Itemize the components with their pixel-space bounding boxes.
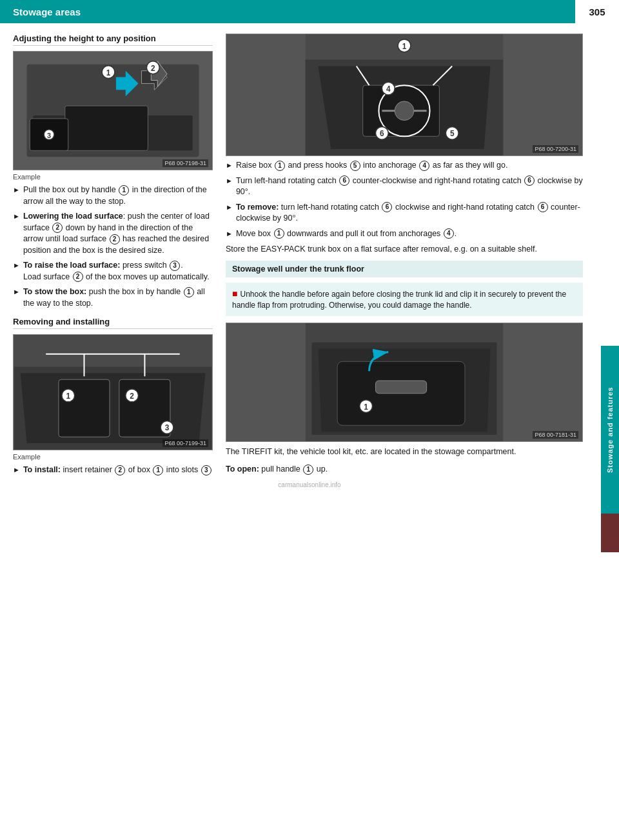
bullet-arrow: ► (226, 229, 233, 239)
svg-text:3: 3 (165, 423, 170, 432)
circle-1e: 1 (274, 228, 284, 239)
main-content: Adjusting the height to any position (0, 23, 619, 491)
section1-title: Adjusting the height to any position (13, 34, 213, 46)
image1-ref: P68 00-7198-31 (162, 159, 208, 167)
bullet-item: ► Turn left-hand rotating catch 6 counte… (226, 175, 583, 198)
bullet-arrow: ► (13, 261, 20, 270)
image2-box: 1 2 3 P68 00-7199-31 (13, 334, 213, 450)
circle-4b: 4 (444, 228, 454, 239)
bullet-text: To remove: turn left-hand rotating catch… (236, 202, 583, 225)
circle-2d: 2 (115, 465, 125, 475)
circle-5: 5 (350, 161, 360, 171)
info-box-title: Stowage well under the trunk floor (226, 261, 583, 277)
right-column: 1 4 5 6 P68 00-7200-31 ► Raise box 1 and… (226, 34, 606, 481)
svg-point-38 (395, 101, 414, 121)
image1-caption: Example (13, 173, 213, 181)
svg-marker-17 (21, 373, 206, 443)
bullet-item: ► To remove: turn left-hand rotating cat… (226, 202, 583, 225)
bullet-list-3: ► Raise box 1 and press hooks 5 into anc… (226, 160, 583, 239)
bullet-list-1: ► Pull the box out by handle 1 in the di… (13, 185, 213, 309)
header-teal-bar: Stowage areas (0, 0, 574, 23)
circle-3: 3 (170, 261, 180, 271)
circle-6a: 6 (339, 175, 349, 186)
svg-text:1: 1 (66, 392, 70, 401)
left-column: Adjusting the height to any position (13, 34, 213, 481)
circle-1f: 1 (303, 465, 313, 475)
open-text2: up. (317, 465, 328, 474)
svg-text:1: 1 (106, 68, 111, 77)
svg-text:2: 2 (130, 392, 134, 401)
watermark: carmanualsonline.info (0, 481, 619, 488)
bullet-item: ► To stow the box: push the box in by ha… (13, 286, 213, 309)
bullet-text: To stow the box: push the box in by hand… (23, 286, 213, 309)
store-text: Store the EASY-PACK trunk box on a flat … (226, 243, 583, 255)
header-page-number: 305 (574, 0, 619, 23)
bullet-arrow: ► (13, 465, 20, 475)
circle-1c: 1 (153, 465, 163, 475)
header-title: Stowage areas (13, 6, 81, 17)
svg-text:4: 4 (386, 85, 391, 94)
svg-rect-54 (375, 381, 426, 394)
circle-1b: 1 (184, 287, 194, 297)
svg-text:1: 1 (402, 42, 407, 51)
tirefit-text: The TIREFIT kit, the vehicle tool kit, e… (226, 446, 583, 458)
image2-ref: P68 00-7199-31 (162, 439, 208, 447)
image4-ref: P68 00-7181-31 (533, 431, 578, 439)
circle-2: 2 (52, 223, 63, 233)
bullet-list-2: ► To install: insert retainer 2 of box 1… (13, 465, 213, 476)
bullet-arrow: ► (13, 287, 20, 297)
open-text: pull handle (261, 465, 302, 474)
circle-2b: 2 (110, 234, 120, 245)
bullet-text: Pull the box out by handle 1 in the dire… (23, 185, 213, 207)
warning-box: ■Unhook the handle before again before c… (226, 283, 583, 316)
circle-4: 4 (419, 161, 429, 171)
svg-text:1: 1 (364, 403, 368, 412)
side-tab-marker (601, 514, 619, 552)
circle-1: 1 (119, 185, 129, 195)
svg-text:6: 6 (380, 129, 384, 138)
svg-rect-3 (65, 106, 148, 150)
bullet-text: To install: insert retainer 2 of box 1 i… (23, 465, 213, 476)
svg-text:3: 3 (47, 132, 51, 139)
bullet-text: Raise box 1 and press hooks 5 into ancho… (236, 160, 583, 172)
bullet-item: ► Pull the box out by handle 1 in the di… (13, 185, 213, 207)
page-header: Stowage areas 305 (0, 0, 619, 23)
bullet-item: ► Move box 1 downwards and pull it out f… (226, 228, 583, 240)
bullet-text: Move box 1 downwards and pull it out fro… (236, 228, 583, 240)
svg-text:5: 5 (450, 129, 455, 138)
bullet-item: ► Raise box 1 and press hooks 5 into anc… (226, 160, 583, 172)
circle-6b: 6 (524, 175, 535, 186)
bullet-arrow: ► (226, 161, 233, 170)
image3-ref: P68 00-7200-31 (533, 145, 578, 153)
bullet-arrow: ► (226, 176, 233, 186)
bullet-arrow: ► (13, 185, 20, 195)
bullet-item: ► Lowering the load surface: push the ce… (13, 211, 213, 256)
image3-box: 1 4 5 6 P68 00-7200-31 (226, 34, 583, 156)
bullet-arrow: ► (226, 203, 233, 212)
open-text-bold: To open: (226, 465, 259, 474)
bullet-text: Lowering the load surface: push the cent… (23, 211, 213, 256)
image1-box: 1 2 3 P68 00-7198-31 (13, 51, 213, 170)
bullet-arrow: ► (13, 212, 20, 221)
svg-rect-18 (59, 379, 110, 437)
warning-icon: ■ (232, 288, 237, 299)
bullet-item: ► To raise the load surface: press switc… (13, 260, 213, 283)
image2-caption: Example (13, 453, 213, 461)
warning-text: Unhook the handle before again before cl… (232, 290, 566, 310)
bullet-text: Turn left-hand rotating catch 6 counter-… (236, 175, 583, 198)
bullet-item: ► To install: insert retainer 2 of box 1… (13, 465, 213, 476)
svg-text:2: 2 (151, 64, 155, 73)
bullet-text: To raise the load surface: press switch … (23, 260, 213, 283)
circle-6c: 6 (382, 202, 392, 212)
section2-title: Removing and installing (13, 317, 213, 329)
circle-2c: 2 (73, 272, 83, 282)
image4-box: 1 P68 00-7181-31 (226, 323, 583, 442)
circle-6d: 6 (538, 202, 548, 212)
circle-1d: 1 (275, 161, 285, 171)
open-instruction: To open: pull handle 1 up. (226, 463, 583, 475)
circle-3b: 3 (201, 465, 211, 475)
